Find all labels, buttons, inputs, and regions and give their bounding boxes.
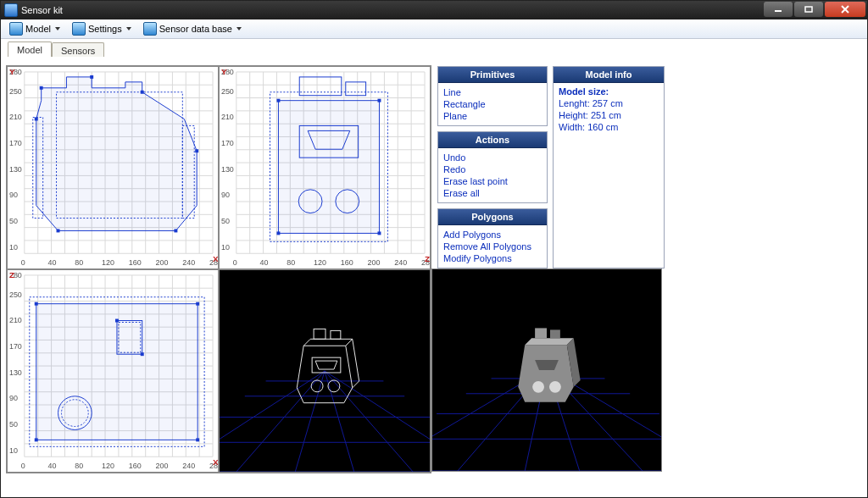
svg-text:250: 250 bbox=[221, 87, 234, 96]
svg-rect-178 bbox=[196, 438, 199, 441]
svg-rect-61 bbox=[35, 118, 38, 121]
svg-line-184 bbox=[325, 371, 354, 472]
svg-rect-56 bbox=[90, 75, 93, 79]
svg-text:210: 210 bbox=[9, 113, 22, 121]
svg-rect-117 bbox=[276, 99, 280, 102]
svg-rect-194 bbox=[312, 357, 341, 373]
svg-rect-59 bbox=[174, 229, 177, 232]
action-undo[interactable]: Undo bbox=[443, 152, 542, 163]
svg-text:170: 170 bbox=[9, 342, 22, 351]
primitive-rectangle[interactable]: Rectangle bbox=[443, 98, 542, 110]
settings-icon bbox=[72, 22, 86, 36]
svg-rect-57 bbox=[141, 91, 144, 94]
svg-text:0: 0 bbox=[233, 258, 237, 267]
title-bar: Sensor kit bbox=[1, 1, 867, 19]
svg-text:240: 240 bbox=[394, 258, 407, 267]
svg-marker-208 bbox=[518, 345, 573, 401]
svg-point-214 bbox=[532, 381, 544, 393]
menu-settings[interactable]: Settings bbox=[67, 20, 136, 37]
svg-point-195 bbox=[311, 380, 323, 392]
svg-text:250: 250 bbox=[9, 87, 22, 96]
svg-rect-193 bbox=[331, 330, 341, 339]
viewport-top[interactable]: 0408012016020024028010509013017021025028… bbox=[7, 269, 219, 473]
panel-primitives: Primitives Line Rectangle Plane bbox=[437, 66, 548, 126]
model-icon bbox=[9, 22, 23, 36]
primitive-line[interactable]: Line bbox=[443, 86, 542, 98]
viewport-front[interactable]: 0408012016020024028010509013017021025028… bbox=[7, 66, 219, 269]
svg-text:170: 170 bbox=[221, 139, 234, 147]
app-window: Sensor kit Model Settings Se bbox=[0, 0, 868, 498]
svg-text:120: 120 bbox=[102, 258, 114, 267]
svg-text:40: 40 bbox=[48, 462, 57, 470]
svg-text:130: 130 bbox=[9, 165, 22, 174]
svg-text:160: 160 bbox=[129, 258, 142, 267]
svg-text:200: 200 bbox=[368, 258, 381, 267]
svg-rect-211 bbox=[535, 328, 547, 338]
svg-text:0: 0 bbox=[21, 258, 25, 267]
viewport-side[interactable]: 0408012016020024028010509013017021025028… bbox=[219, 66, 431, 269]
svg-text:160: 160 bbox=[129, 462, 142, 470]
tab-strip: Model Sensors bbox=[1, 39, 867, 58]
svg-text:80: 80 bbox=[75, 258, 83, 267]
svg-text:200: 200 bbox=[156, 462, 169, 470]
chevron-down-icon bbox=[236, 27, 242, 30]
svg-text:10: 10 bbox=[221, 243, 230, 252]
close-button[interactable] bbox=[825, 2, 865, 17]
tab-model[interactable]: Model bbox=[8, 42, 52, 58]
svg-text:50: 50 bbox=[9, 217, 18, 225]
svg-line-181 bbox=[220, 371, 325, 472]
svg-text:Y: Y bbox=[221, 67, 227, 76]
svg-marker-209 bbox=[525, 338, 574, 345]
svg-text:210: 210 bbox=[9, 316, 22, 324]
model-info-height: Height: 251 cm bbox=[554, 109, 664, 121]
panel-polygons-title: Polygons bbox=[438, 209, 547, 225]
svg-text:Z: Z bbox=[9, 270, 14, 279]
svg-text:50: 50 bbox=[9, 420, 18, 429]
action-erase-all[interactable]: Erase all bbox=[443, 187, 542, 199]
minimize-button[interactable] bbox=[764, 2, 793, 17]
svg-text:80: 80 bbox=[287, 258, 295, 267]
svg-rect-113 bbox=[346, 82, 366, 96]
svg-rect-112 bbox=[299, 77, 342, 96]
svg-text:X: X bbox=[213, 457, 218, 467]
polygon-remove-all[interactable]: Remove All Polygons bbox=[443, 241, 542, 252]
polygon-add[interactable]: Add Polygons bbox=[443, 229, 542, 241]
svg-text:120: 120 bbox=[314, 258, 326, 267]
menu-database-label: Sensor data base bbox=[159, 24, 232, 34]
svg-text:0: 0 bbox=[21, 462, 25, 470]
svg-rect-60 bbox=[57, 229, 60, 232]
svg-text:130: 130 bbox=[9, 368, 22, 377]
action-erase-last[interactable]: Erase last point bbox=[443, 175, 542, 187]
svg-rect-1 bbox=[805, 7, 812, 12]
svg-text:50: 50 bbox=[221, 217, 230, 225]
svg-rect-58 bbox=[195, 149, 198, 152]
svg-text:10: 10 bbox=[9, 243, 18, 252]
svg-line-185 bbox=[325, 371, 413, 472]
polygon-modify[interactable]: Modify Polygons bbox=[443, 252, 542, 264]
svg-text:160: 160 bbox=[341, 258, 353, 267]
svg-text:40: 40 bbox=[260, 258, 269, 267]
primitive-plane[interactable]: Plane bbox=[443, 110, 542, 122]
model-info-width: Width: 160 cm bbox=[554, 121, 664, 133]
action-redo[interactable]: Redo bbox=[443, 163, 542, 175]
svg-text:90: 90 bbox=[221, 191, 230, 199]
svg-rect-120 bbox=[377, 231, 381, 235]
svg-text:250: 250 bbox=[9, 290, 22, 299]
view-grid: 0408012016020024028010509013017021025028… bbox=[6, 65, 431, 473]
menu-database[interactable]: Sensor data base bbox=[138, 20, 247, 37]
menu-model[interactable]: Model bbox=[4, 20, 65, 37]
svg-text:200: 200 bbox=[156, 258, 169, 267]
menu-settings-label: Settings bbox=[88, 24, 122, 34]
svg-rect-192 bbox=[314, 329, 326, 339]
viewport-3d-solid[interactable] bbox=[431, 268, 662, 472]
svg-line-186 bbox=[325, 371, 430, 472]
chevron-down-icon bbox=[55, 27, 60, 30]
svg-text:240: 240 bbox=[182, 462, 195, 470]
svg-text:130: 130 bbox=[221, 165, 234, 174]
svg-text:Y: Y bbox=[9, 67, 15, 76]
viewport-3d-wireframe[interactable] bbox=[219, 269, 431, 473]
svg-text:80: 80 bbox=[75, 462, 83, 470]
svg-text:120: 120 bbox=[102, 462, 114, 470]
svg-line-183 bbox=[295, 371, 325, 472]
maximize-button[interactable] bbox=[794, 2, 823, 17]
